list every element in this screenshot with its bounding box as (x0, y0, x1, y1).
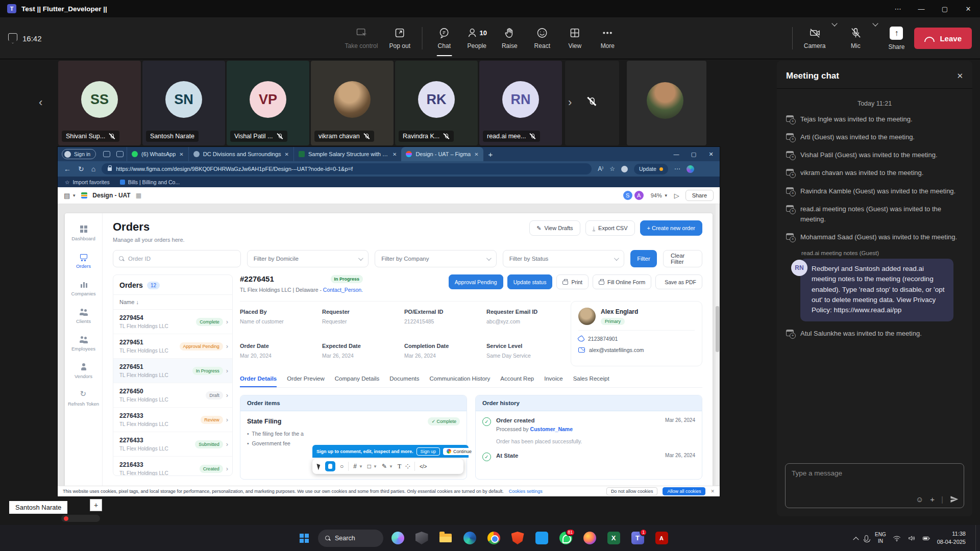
order-row[interactable]: 2276433 TL Flex Holdings LLC Review › (113, 408, 232, 432)
chat-message-list[interactable]: Today 11:21 Tejas Ingle was invited to t… (777, 89, 972, 457)
volume-icon[interactable] (908, 535, 916, 542)
favorites-star-icon[interactable]: ☆ (609, 165, 615, 172)
sign-up-button[interactable]: Sign up (416, 447, 440, 456)
detail-tab[interactable]: Communication History (429, 375, 490, 387)
presenter-add-button[interactable]: + (90, 499, 102, 511)
mic-button[interactable]: Mic (841, 17, 870, 59)
share-button[interactable]: ↑ Share (881, 17, 911, 59)
order-row[interactable]: 2276433 TL Flex Holdings LLC Submitted › (113, 432, 232, 457)
order-action-button[interactable]: Fill Online Form (593, 274, 651, 289)
component-tool-icon[interactable]: ∷ (404, 462, 412, 470)
collaborator-avatar[interactable]: S (622, 190, 633, 201)
recording-widget[interactable] (61, 515, 100, 522)
scroll-right-chevron-icon[interactable]: › (568, 96, 572, 109)
participant-tile-video[interactable] (627, 61, 706, 145)
dev-mode-icon[interactable]: </> (420, 464, 427, 469)
camera-button[interactable]: Camera (800, 17, 830, 59)
detail-tab[interactable]: Company Details (335, 375, 380, 387)
scrollbar-thumb[interactable] (716, 306, 719, 352)
browser-minimize-icon[interactable]: — (668, 151, 685, 158)
cookies-settings-link[interactable]: Cookies settings (509, 489, 543, 494)
text-tool-icon[interactable]: T (398, 463, 401, 470)
participant-tile[interactable]: RN read.ai mee... (479, 61, 562, 145)
present-icon[interactable]: ▷ (674, 192, 679, 199)
home-icon[interactable]: ⌂ (91, 165, 95, 173)
more-button[interactable]: More (593, 17, 622, 59)
taskbar-clock[interactable]: 11:38 08-04-2025 (937, 530, 966, 546)
tab-close-icon[interactable]: ✕ (393, 152, 397, 157)
figma-file-name[interactable]: Design - UAT (92, 192, 130, 199)
participant-tile[interactable]: SN Santosh Narate (142, 61, 225, 145)
vscode-icon[interactable] (532, 528, 551, 548)
tray-expand-chevron-icon[interactable] (853, 537, 859, 542)
tab-close-icon[interactable]: ✕ (474, 152, 478, 157)
back-icon[interactable]: ← (64, 165, 71, 173)
detail-tab[interactable]: Order Preview (287, 375, 325, 387)
camera-options-chevron-icon[interactable] (832, 20, 838, 26)
reload-icon[interactable]: ↻ (78, 165, 84, 173)
favorite-bills[interactable]: Bills | Billing and Co... (120, 179, 180, 185)
attach-plus-icon[interactable]: + (930, 495, 935, 504)
hand-tool-icon[interactable] (325, 461, 335, 471)
wifi-icon[interactable] (893, 535, 901, 542)
people-button[interactable]: 10 People (462, 17, 492, 59)
contact-email[interactable]: alex@vstatefilings.com (589, 347, 644, 353)
mic-options-chevron-icon[interactable] (873, 20, 878, 26)
chat-close-icon[interactable]: ✕ (957, 71, 963, 81)
chat-button[interactable]: Chat (429, 17, 459, 59)
window-more-icon[interactable]: ⋯ (886, 0, 910, 17)
window-minimize-icon[interactable]: — (910, 0, 933, 17)
sidebar-item[interactable]: Refresh Token (65, 386, 102, 411)
detail-tab[interactable]: Documents (389, 375, 419, 387)
browser-profile-button[interactable]: Sign in (62, 149, 96, 159)
browser-tab[interactable]: DC Divisions and Surroundings ✕ (188, 147, 293, 161)
lasso-tool-icon[interactable]: ○ (340, 463, 344, 470)
browser-tab[interactable]: Design - UAT – Figma ✕ (401, 147, 483, 161)
tray-mic-icon[interactable] (865, 535, 868, 541)
whatsapp-icon[interactable]: 81 (556, 528, 575, 548)
order-row[interactable]: 2276451 TL Flex Holdings LLC In Progress… (113, 359, 232, 383)
edge-icon[interactable] (460, 528, 479, 548)
browser-close-icon[interactable]: ✕ (702, 151, 720, 158)
order-row[interactable]: 2279454 TL Flex Holdings LLC Complete › (113, 310, 232, 334)
leave-button[interactable]: Leave (914, 28, 972, 49)
settings-dots-icon[interactable]: ⋯ (674, 165, 680, 172)
filter-status-select[interactable]: Filter by Status (503, 250, 624, 267)
participant-tile[interactable]: VP Vishal Patil ... (227, 61, 309, 145)
sidebar-item[interactable]: Clients (65, 303, 102, 329)
teams-taskbar-icon[interactable]: T1 (628, 528, 647, 548)
zoom-level-control[interactable]: 94% ▼ (651, 192, 668, 198)
pen-tool-icon[interactable]: ✎ (382, 463, 387, 470)
figma-pages-icon[interactable] (81, 192, 87, 198)
tab-search-icon[interactable] (103, 151, 110, 157)
allow-cookies-button[interactable]: Allow all cookies (663, 487, 705, 495)
window-close-icon[interactable]: ✕ (957, 0, 980, 17)
view-button[interactable]: View (560, 17, 590, 59)
pop-out-button[interactable]: Pop out (385, 17, 414, 59)
contact-phone[interactable]: 2123874901 (588, 336, 618, 342)
browser-tab[interactable]: (6) WhatsApp ✕ (127, 147, 188, 161)
contact-person-link[interactable]: Contact_Person. (323, 287, 363, 293)
google-continue-button[interactable]: Continue (443, 448, 475, 455)
chrome-icon[interactable] (484, 528, 503, 548)
order-action-button[interactable]: Update status (507, 274, 553, 289)
shape-tool-icon[interactable]: □ (368, 463, 371, 470)
clear-filter-button[interactable]: Clear Filter (663, 250, 702, 267)
order-row[interactable]: 2216433 TL Flex Holdings LLC Created › (113, 457, 232, 476)
copilot-icon[interactable] (388, 528, 407, 548)
excel-icon[interactable]: X (604, 528, 623, 548)
move-tool-icon[interactable] (316, 463, 321, 470)
brave-icon[interactable] (508, 528, 527, 548)
filter-company-select[interactable]: Filter by Company (375, 250, 496, 267)
collaborator-avatar[interactable]: A (633, 190, 645, 201)
order-id-search-input[interactable]: Order ID (113, 250, 241, 267)
sidebar-item[interactable]: Companies (65, 276, 102, 301)
emoji-icon[interactable]: ☺ (916, 495, 923, 504)
cookie-close-icon[interactable]: ✕ (710, 489, 715, 494)
detail-tab[interactable]: Invoice (544, 375, 562, 387)
participant-tile[interactable]: vikram chavan (311, 61, 394, 145)
participant-tile[interactable]: RK Ravindra K... (395, 61, 478, 145)
view-drafts-button[interactable]: ✎View Drafts (529, 220, 580, 236)
sidebar-item[interactable]: Orders (65, 248, 102, 273)
read-aloud-icon[interactable]: A⁾ (598, 165, 603, 172)
